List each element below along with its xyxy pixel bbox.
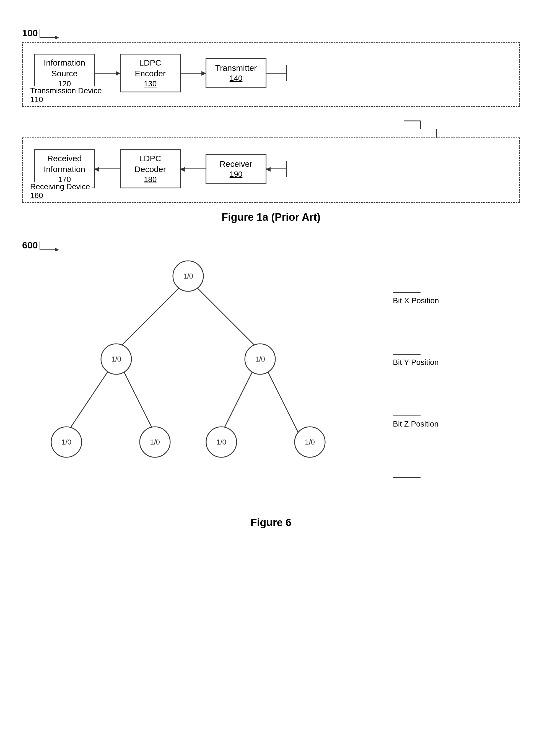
receiving-device-box: Received Information 170 ◀ LDPC Decoder … (22, 137, 520, 203)
svg-line-13 (266, 367, 299, 434)
receiving-label-text: Receiving Device (30, 182, 90, 191)
channel-connector-svg (39, 113, 509, 129)
svg-line-8 (116, 284, 183, 351)
level1-left-label: 1/0 (111, 355, 121, 363)
receiver-line1: Receiver (220, 159, 252, 169)
level2-ll-label: 1/0 (61, 438, 71, 446)
tree-diagram-svg: 1/0 1/0 1/0 1/0 1/0 1/0 1/0 (22, 257, 382, 506)
transmitter-line1: Transmitter (215, 63, 257, 73)
transmission-label: Transmission Device 110 (28, 86, 103, 104)
ref-600-label: 600 (22, 240, 38, 251)
ref-100-label: 100 (22, 28, 38, 38)
legend-line-bottom (393, 477, 421, 478)
transmission-label-text: Transmission Device (30, 86, 102, 95)
legend-line-z (393, 415, 421, 416)
ldpc-encoder-block: LDPC Encoder 130 (120, 54, 181, 92)
svg-line-9 (194, 284, 260, 351)
legend-line-x (393, 292, 421, 293)
decoder-line2: Decoder (134, 164, 166, 175)
transmission-block-row: Information Source 120 ▶ LDPC Encoder 13… (34, 54, 508, 92)
right-channel-top (286, 65, 287, 81)
level2-rl-label: 1/0 (216, 438, 226, 446)
svg-line-12 (221, 367, 255, 434)
transmitter-right-line (266, 73, 286, 74)
ref-100-arrow (40, 29, 59, 39)
svg-line-10 (66, 367, 111, 434)
legend-label-y: Bit Y Position (393, 358, 439, 367)
channel-mid (39, 129, 437, 137)
transmission-device-box: Information Source 120 ▶ LDPC Encoder 13… (22, 42, 520, 107)
receiving-number: 160 (30, 191, 43, 200)
fig1a-caption-text: Figure 1a (Prior Art) (222, 211, 321, 223)
fig1a-caption: Figure 1a (Prior Art) (22, 211, 520, 223)
decoder-number: 180 (144, 175, 157, 185)
info-source-line1: Information (44, 57, 85, 68)
transmission-number: 110 (30, 95, 43, 104)
tree-legend: Bit X Position Bit Y Position Bit Z Posi… (382, 257, 470, 506)
receiver-right-line: ◀ (266, 168, 286, 169)
fig6-caption-text: Figure 6 (251, 517, 292, 528)
receiver-block: Receiver 190 (206, 154, 266, 184)
level2-lr-label: 1/0 (150, 438, 160, 446)
fig6-caption: Figure 6 (22, 517, 520, 529)
arrow-3: ◀ (95, 168, 120, 169)
diagram-ref-600: 600 (22, 240, 520, 251)
channel-vert-bottom (286, 161, 287, 177)
diagram-ref-100: 100 (22, 28, 520, 39)
legend-bottom (393, 477, 470, 481)
level1-right-label: 1/0 (255, 355, 265, 363)
channel-vert-mid (436, 129, 437, 137)
right-channel-bottom (286, 161, 287, 177)
svg-marker-7 (55, 248, 59, 251)
received-line2: Information (44, 164, 85, 175)
legend-line-y (393, 354, 421, 355)
receiving-label: Receiving Device 160 (28, 182, 92, 200)
encoder-number: 130 (144, 79, 157, 89)
encoder-line2: Encoder (135, 68, 166, 79)
received-line1: Received (47, 153, 82, 164)
arrow-1: ▶ (95, 73, 120, 74)
legend-bit-z: Bit Z Position (393, 415, 470, 428)
page: 100 Information Source 120 ▶ (0, 0, 542, 756)
receiving-block-row: Received Information 170 ◀ LDPC Decoder … (34, 149, 508, 188)
info-source-line2: Source (51, 68, 77, 79)
svg-marker-2 (55, 35, 59, 39)
legend-bit-x: Bit X Position (393, 292, 470, 305)
legend-label-z: Bit Z Position (393, 420, 439, 428)
ref-600-arrow (40, 241, 59, 251)
figure-1a: 100 Information Source 120 ▶ (22, 28, 520, 223)
figure-6: 600 (22, 240, 520, 529)
decoder-line1: LDPC (139, 153, 161, 164)
encoder-line1: LDPC (139, 57, 161, 68)
arrow-2: ▶ (181, 73, 206, 74)
arrow-4: ◀ (181, 168, 206, 169)
receiver-number: 190 (230, 169, 243, 179)
transmitter-number: 140 (230, 73, 243, 83)
tree-section: 1/0 1/0 1/0 1/0 1/0 1/0 1/0 (22, 257, 520, 506)
level2-rr-label: 1/0 (305, 438, 315, 446)
ldpc-decoder-block: LDPC Decoder 180 (120, 149, 181, 188)
transmitter-block: Transmitter 140 (206, 58, 266, 88)
root-node-label: 1/0 (183, 272, 193, 280)
channel-vert-top (286, 65, 287, 81)
svg-line-11 (122, 367, 155, 434)
legend-label-x: Bit X Position (393, 296, 439, 305)
legend-bit-y: Bit Y Position (393, 354, 470, 367)
